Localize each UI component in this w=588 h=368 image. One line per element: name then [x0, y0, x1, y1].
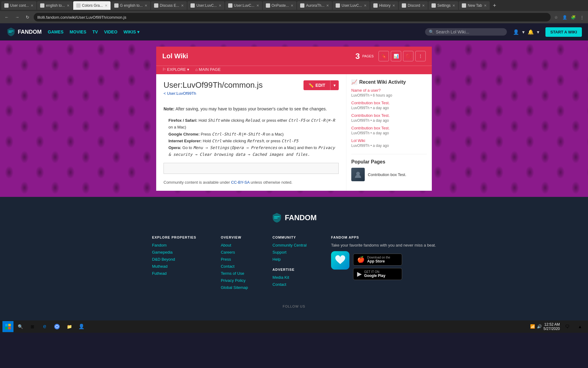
activity-link-1[interactable]: Name of a user? [351, 88, 427, 93]
page-subtitle-link[interactable]: < User:LuvOf99Th [164, 91, 263, 96]
new-tab-button[interactable]: + [490, 1, 499, 10]
close-tab-2[interactable]: ✕ [67, 4, 70, 8]
taskbar-task-view[interactable]: ⊞ [27, 321, 38, 332]
tab-history[interactable]: History ✕ [370, 1, 398, 10]
back-button[interactable]: ← [2, 13, 11, 21]
footer-link-sitemap[interactable]: Global Sitemap [221, 285, 248, 290]
cc-by-sa-link[interactable]: CC-BY-SA [231, 180, 249, 185]
nav-games[interactable]: GAMES [48, 29, 63, 34]
taskbar-edge[interactable]: e [39, 321, 50, 332]
app-store-text: Download on the App Store [367, 256, 390, 263]
footer-link-press[interactable]: Press [221, 257, 248, 262]
tab-user-cont[interactable]: User cont... ✕ [1, 1, 36, 10]
tab-user-luvc3[interactable]: User:LuvC... ✕ [333, 1, 370, 10]
footer-link-community-central[interactable]: Community Central [273, 243, 307, 247]
wiki-stats-btn[interactable]: 📊 [391, 51, 401, 61]
wiki-nav-explore[interactable]: ⚐ EXPLORE ▾ [162, 67, 189, 72]
browser-chrome: User cont... ✕ english to... ✕ Colors Gr… [0, 0, 588, 23]
close-tab-10[interactable]: ✕ [364, 4, 367, 8]
edit-dropdown-button[interactable]: ▾ [330, 80, 339, 90]
close-tab-new[interactable]: ✕ [484, 4, 487, 8]
forward-button[interactable]: → [13, 13, 21, 21]
tab-onpaste[interactable]: OnPaste... ✕ [263, 1, 297, 10]
profile-button[interactable]: 👤 [561, 13, 568, 21]
tab-settings[interactable]: Settings ✕ [428, 1, 458, 10]
edit-button[interactable]: ✏️ EDIT [303, 80, 330, 90]
footer-link-about[interactable]: About [221, 243, 248, 247]
taskbar-folder[interactable]: 📁 [64, 321, 75, 332]
user-icon[interactable]: 👤 [513, 29, 519, 35]
wiki-bookmark-btn[interactable]: 🔖 [379, 51, 389, 61]
close-tab-3[interactable]: ✕ [105, 4, 107, 8]
nav-movies[interactable]: MOVIES [70, 29, 86, 34]
close-tab-9[interactable]: ✕ [326, 4, 329, 8]
tab-new[interactable]: New Tab ✕ [459, 1, 489, 10]
extension-button[interactable]: 🧩 [570, 13, 577, 21]
activity-link-3[interactable]: Contribution box Test. [351, 113, 427, 118]
wiki-nav-main-page[interactable]: ⌂ MAIN PAGE [195, 67, 221, 72]
reload-button[interactable]: ↻ [23, 13, 32, 21]
popular-thumb-img-1 [351, 168, 365, 181]
nav-tv[interactable]: TV [92, 29, 98, 34]
fandom-logo-text: FANDOM [18, 29, 42, 35]
footer-link-help[interactable]: Help [273, 257, 307, 262]
footer-link-media-kit[interactable]: Media Kit [273, 275, 307, 280]
taskbar-scroll-up[interactable]: ▲ [575, 321, 586, 332]
start-wiki-button[interactable]: START A WIKI [545, 27, 582, 37]
tab-g-english[interactable]: G english to... ✕ [111, 1, 150, 10]
nav-video[interactable]: VIDEO [104, 29, 118, 34]
close-tab-7[interactable]: ✕ [256, 4, 259, 8]
taskbar-notification[interactable]: 🗨 [562, 321, 573, 332]
activity-link-4[interactable]: Contribution box Test. [351, 126, 427, 130]
google-play-button[interactable]: ▶ GET IT ON Google Play [353, 268, 402, 280]
taskbar-time[interactable]: 12:52 AM 5/27/2020 [544, 322, 560, 331]
taskbar-chrome[interactable] [51, 321, 62, 332]
taskbar-avatar-small[interactable]: 👤 [76, 321, 87, 332]
bell-chevron-icon[interactable]: ▾ [537, 29, 539, 35]
tab-user-luvc1[interactable]: User:LuvC... ✕ [187, 1, 224, 10]
close-tab-discord[interactable]: ✕ [422, 4, 425, 8]
nav-wikis[interactable]: WIKIS ▾ [123, 29, 139, 34]
tab-user-luvc2[interactable]: User:LuvC... ✕ [225, 1, 262, 10]
tab-aurora[interactable]: AuroraTh... ✕ [297, 1, 332, 10]
tab-favicon-3 [76, 3, 81, 8]
wiki-more-btn[interactable]: ⋮ [415, 51, 426, 61]
chevron-down-icon[interactable]: ▾ [522, 29, 525, 35]
footer-link-careers[interactable]: Careers [221, 250, 248, 255]
footer-link-futhead[interactable]: Futhead [152, 271, 196, 276]
menu-button[interactable]: ⋮ [578, 13, 586, 21]
footer-link-contact[interactable]: Contact [221, 264, 248, 269]
footer-link-support[interactable]: Support [273, 250, 307, 255]
tab-english[interactable]: english to... ✕ [37, 1, 72, 10]
footer-link-dnd[interactable]: D&D Beyond [152, 257, 196, 262]
star-button[interactable]: ☆ [552, 13, 560, 21]
footer-link-terms[interactable]: Terms of Use [221, 271, 248, 276]
close-tab-4[interactable]: ✕ [145, 4, 147, 8]
footer-link-muthead[interactable]: Muthead [152, 264, 196, 269]
editor-area[interactable] [164, 163, 339, 174]
footer-link-privacy[interactable]: Privacy Policy [221, 278, 248, 283]
bell-icon[interactable]: 🔔 [528, 29, 534, 35]
tab-discuss[interactable]: Discuss E... ✕ [151, 1, 187, 10]
volume-icon: 🔊 [537, 324, 542, 329]
address-input[interactable] [34, 13, 551, 21]
start-button[interactable] [2, 321, 13, 332]
taskbar-search[interactable]: 🔍 [15, 321, 26, 332]
activity-link-5[interactable]: Lol Wiki [351, 138, 427, 143]
app-store-button[interactable]: 🍎 Download on the App Store [353, 254, 402, 266]
tab-discord[interactable]: Discord ✕ [399, 1, 428, 10]
close-tab-settings[interactable]: ✕ [452, 4, 455, 8]
tab-colors-gra[interactable]: Colors Gra... ✕ [73, 1, 111, 10]
close-tab-6[interactable]: ✕ [219, 4, 221, 8]
close-tab-11[interactable]: ✕ [392, 4, 395, 8]
close-tab-8[interactable]: ✕ [291, 4, 293, 8]
close-tab-5[interactable]: ✕ [181, 4, 184, 8]
wiki-mute-btn[interactable]: 🚫 [403, 51, 413, 61]
footer-link-fandom[interactable]: Fandom [152, 243, 196, 247]
footer-link-gamepedia[interactable]: Gamepedia [152, 250, 196, 255]
close-tab-1[interactable]: ✕ [31, 4, 33, 8]
footer-link-advertise-contact[interactable]: Contact [273, 282, 307, 287]
search-input[interactable] [436, 29, 503, 34]
fandom-logo[interactable]: FANDOM [6, 27, 42, 37]
activity-link-2[interactable]: Contribution box Test. [351, 101, 427, 105]
